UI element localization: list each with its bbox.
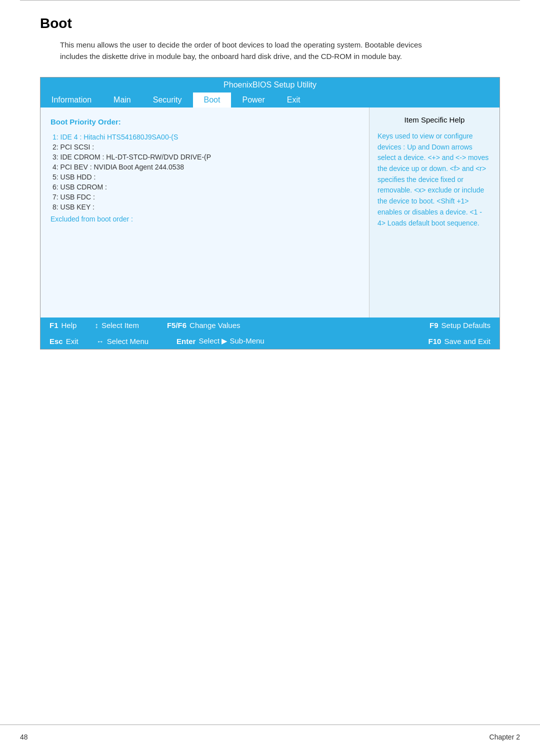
footer-mid-desc: Select Menu bbox=[107, 337, 148, 346]
footer-desc: Help bbox=[62, 321, 77, 330]
boot-item-7[interactable]: 7: USB FDC : bbox=[50, 193, 359, 201]
bios-menu-item-main[interactable]: Main bbox=[102, 92, 142, 108]
footer-key: Esc bbox=[50, 337, 63, 346]
footer-right-desc: Setup Defaults bbox=[442, 321, 490, 330]
boot-item-3[interactable]: 3: IDE CDROM : HL-DT-STCD-RW/DVD DRIVE-(… bbox=[50, 153, 359, 161]
footer-mid-1: ↔Select Menu bbox=[92, 336, 152, 346]
footer-center-desc: Change Values bbox=[190, 321, 240, 330]
bios-menu-item-security[interactable]: Security bbox=[142, 92, 193, 108]
footer-key: F1 bbox=[50, 321, 58, 330]
footer-right-desc: Save and Exit bbox=[444, 337, 490, 346]
footer-arrow-key: ↔ bbox=[96, 337, 104, 346]
boot-item-1[interactable]: 1: IDE 4 : Hitachi HTS541680J9SA00-(S bbox=[50, 133, 359, 141]
bios-titlebar: PhoenixBIOS Setup Utility bbox=[40, 78, 500, 92]
bios-menu-item-power[interactable]: Power bbox=[231, 92, 276, 108]
footer-mid-0: ↕Select Item bbox=[90, 320, 143, 330]
bios-menu-item-boot[interactable]: Boot bbox=[193, 92, 232, 108]
footer-arrow-key: ↕ bbox=[94, 321, 98, 330]
footer-right-1: F10Save and Exit bbox=[424, 336, 494, 346]
bios-left-panel: Boot Priority Order: 1: IDE 4 : Hitachi … bbox=[40, 108, 370, 318]
footer-center-key: F5/F6 bbox=[167, 321, 186, 330]
footer-center-desc: Select ▶ Sub-Menu bbox=[198, 336, 264, 346]
bios-panel: PhoenixBIOS Setup Utility InformationMai… bbox=[40, 77, 500, 350]
chapter-label: Chapter 2 bbox=[490, 733, 520, 741]
boot-items-list: 1: IDE 4 : Hitachi HTS541680J9SA00-(S2: … bbox=[50, 133, 359, 211]
bios-menu-item-information[interactable]: Information bbox=[40, 92, 102, 108]
bios-menu-item-exit[interactable]: Exit bbox=[276, 92, 312, 108]
help-text: Keys used to view or configure devices :… bbox=[378, 131, 492, 228]
footer-right-0: F9Setup Defaults bbox=[426, 320, 494, 330]
excluded-label: Excluded from boot order : bbox=[50, 215, 359, 223]
footer-row-2: EscExit↔Select MenuEnterSelect ▶ Sub-Men… bbox=[40, 333, 500, 349]
boot-item-8[interactable]: 8: USB KEY : bbox=[50, 203, 359, 211]
footer-left-0: F1Help bbox=[46, 320, 80, 330]
page-description: This menu allows the user to decide the … bbox=[60, 40, 500, 62]
boot-item-2[interactable]: 2: PCI SCSI : bbox=[50, 143, 359, 151]
bios-right-panel: Item Specific Help Keys used to view or … bbox=[370, 108, 500, 318]
footer-center-1: EnterSelect ▶ Sub-Menu bbox=[172, 336, 268, 346]
bios-footer: F1Help↕Select ItemF5/F6Change ValuesF9Se… bbox=[40, 318, 500, 349]
boot-item-4[interactable]: 4: PCI BEV : NVIDIA Boot Agent 244.0538 bbox=[50, 163, 359, 171]
boot-item-5[interactable]: 5: USB HDD : bbox=[50, 173, 359, 181]
footer-left-1: EscExit bbox=[46, 336, 82, 346]
footer-mid-desc: Select Item bbox=[102, 321, 139, 330]
footer-fkey: F10 bbox=[428, 337, 442, 346]
footer-center-key: Enter bbox=[176, 337, 196, 346]
footer-fkey: F9 bbox=[430, 321, 438, 330]
bios-menubar[interactable]: InformationMainSecurityBootPowerExit bbox=[40, 92, 500, 108]
footer-desc: Exit bbox=[66, 337, 78, 346]
boot-item-6[interactable]: 6: USB CDROM : bbox=[50, 183, 359, 191]
page-footer: 48 Chapter 2 bbox=[0, 724, 540, 741]
page-number: 48 bbox=[20, 733, 28, 741]
page-title: Boot bbox=[40, 16, 500, 32]
bios-content: Boot Priority Order: 1: IDE 4 : Hitachi … bbox=[40, 108, 500, 318]
boot-priority-label: Boot Priority Order: bbox=[50, 118, 359, 126]
footer-row-1: F1Help↕Select ItemF5/F6Change ValuesF9Se… bbox=[40, 318, 500, 333]
footer-center-0: F5/F6Change Values bbox=[163, 320, 244, 330]
help-title: Item Specific Help bbox=[378, 116, 492, 124]
